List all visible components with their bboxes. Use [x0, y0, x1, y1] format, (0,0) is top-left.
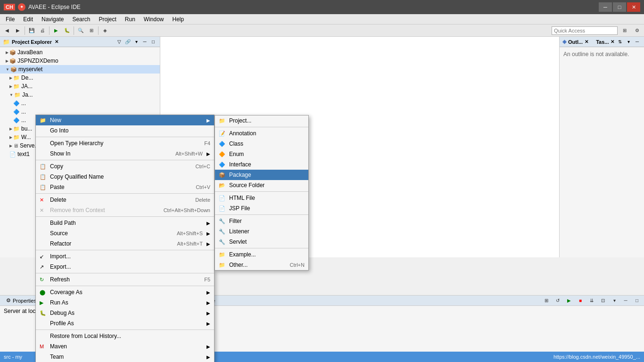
ctx-refactor[interactable]: Refactor Alt+Shift+T ▶: [36, 239, 214, 249]
submenu-servlet[interactable]: 🔧 Servlet: [215, 237, 308, 247]
submenu-class[interactable]: 🔷 Class: [215, 139, 308, 149]
pe-max-btn[interactable]: □: [149, 38, 157, 46]
menu-run[interactable]: Run: [121, 15, 139, 24]
ctx-copy-qualified[interactable]: 📋 Copy Qualified Name: [36, 172, 214, 182]
project-icon: 📦: [9, 58, 16, 64]
tree-label: W...: [21, 134, 31, 140]
menu-window[interactable]: Window: [140, 15, 168, 24]
toolbar-debug[interactable]: 🐛: [62, 25, 72, 36]
tree-item-myservlet[interactable]: ▼ 📦 myservlet: [0, 65, 160, 74]
ctx-paste[interactable]: 📋 Paste Ctrl+V: [36, 182, 214, 192]
jsp-icon: 📄: [219, 206, 227, 212]
menu-navigate[interactable]: Navigate: [38, 15, 67, 24]
toolbar-window[interactable]: ⊞: [86, 25, 97, 36]
submenu-label: Package: [229, 172, 251, 178]
bottom-toolbar-btn-6[interactable]: ⊡: [598, 296, 608, 306]
submenu-label: Listener: [229, 228, 249, 235]
ctx-delete[interactable]: ✕ Delete Delete: [36, 195, 214, 205]
ctx-label: Coverage As: [50, 289, 203, 296]
menu-project[interactable]: Project: [95, 15, 120, 24]
toolbar-print[interactable]: 🖨: [37, 25, 48, 36]
bottom-toolbar-btn-4[interactable]: ■: [575, 296, 586, 306]
bottom-toolbar-btn-5[interactable]: ⇊: [586, 296, 597, 306]
ctx-restore-history[interactable]: Restore from Local History...: [36, 331, 214, 341]
bottom-toolbar-btn-1[interactable]: ⊞: [541, 296, 552, 306]
ctx-new-item[interactable]: 📁 New ▶: [36, 115, 214, 125]
ctx-export[interactable]: ↗ Export...: [36, 262, 214, 272]
ctx-go-into[interactable]: Go Into: [36, 125, 214, 136]
bottom-toolbar-btn-3[interactable]: ▶: [564, 296, 574, 306]
tree-item-ja2[interactable]: ▼ 📁 Ja...: [0, 90, 160, 99]
submenu-other[interactable]: 📁 Other... Ctrl+N: [215, 260, 308, 270]
ctx-run-as[interactable]: ▶ Run As ▶: [36, 297, 214, 308]
folder-icon: 📁: [13, 126, 20, 132]
bottom-max-btn[interactable]: □: [632, 296, 642, 306]
menu-edit[interactable]: Edit: [19, 15, 37, 24]
tree-item-javabean[interactable]: ▶ 📦 JavaBean: [0, 48, 160, 57]
tree-item-ja1[interactable]: ▶ 📁 JA...: [0, 82, 160, 90]
submenu-project[interactable]: 📁 Project...: [215, 115, 308, 126]
ctx-source[interactable]: Source Alt+Shift+S ▶: [36, 228, 214, 239]
tree-item-de[interactable]: ▶ 📁 De...: [0, 74, 160, 82]
outline-menu-btn[interactable]: ▾: [625, 38, 632, 46]
submenu-jsp-file[interactable]: 📄 JSP File: [215, 203, 308, 214]
toolbar-run[interactable]: ▶: [51, 25, 61, 36]
tree-item-jspnzdxdemo[interactable]: ▶ 📦 JSPNZDXDemo: [0, 57, 160, 65]
ctx-copy-icon: 📋: [40, 164, 48, 170]
toolbar-save[interactable]: 💾: [26, 25, 37, 36]
menu-file[interactable]: File: [2, 15, 18, 24]
submenu-interface[interactable]: 🔷 Interface: [215, 159, 308, 170]
submenu-html-file[interactable]: 📄 HTML File: [215, 193, 308, 203]
class-icon: 🔷: [13, 100, 20, 107]
toolbar-search[interactable]: 🔍: [75, 25, 86, 36]
pe-min-btn[interactable]: ─: [141, 38, 149, 46]
ctx-import[interactable]: ↙ Import...: [36, 251, 214, 262]
submenu-label: JSP File: [229, 205, 250, 212]
toolbar-forward[interactable]: ▶: [13, 25, 23, 36]
ctx-team[interactable]: Team ▶: [36, 352, 214, 362]
open-perspective-button[interactable]: ⊞: [619, 25, 630, 36]
quick-access-input[interactable]: [552, 26, 618, 35]
submenu-filter[interactable]: 🔧 Filter: [215, 216, 308, 226]
submenu-label: Enum: [229, 151, 244, 157]
perspective-config-button[interactable]: ⚙: [632, 25, 642, 36]
ctx-build-path[interactable]: Build Path ▶: [36, 218, 214, 228]
minimize-button[interactable]: ─: [599, 2, 612, 12]
submenu-example[interactable]: 📁 Example...: [215, 249, 308, 260]
menu-help[interactable]: Help: [169, 15, 188, 24]
bottom-min-btn[interactable]: ─: [620, 296, 631, 306]
ctx-open-type[interactable]: Open Type Hierarchy F4: [36, 138, 214, 148]
tree-item-class1[interactable]: 🔷 ...: [0, 99, 160, 107]
submenu-source-folder[interactable]: 📂 Source Folder: [215, 180, 308, 190]
submenu-enum[interactable]: 🔶 Enum: [215, 149, 308, 159]
maximize-button[interactable]: □: [613, 2, 626, 12]
ctx-maven[interactable]: M Maven ▶: [36, 341, 214, 352]
toolbar-perspective[interactable]: ◈: [100, 25, 110, 36]
menu-bar: File Edit Navigate Search Project Run Wi…: [0, 14, 644, 25]
outline-min-btn[interactable]: ─: [633, 38, 641, 46]
bottom-toolbar-chevron[interactable]: ▾: [609, 296, 619, 306]
ctx-profile-as[interactable]: Profile As ▶: [36, 318, 214, 329]
ctx-refresh[interactable]: ↻ Refresh F5: [36, 274, 214, 285]
outline-max-btn[interactable]: □: [642, 38, 644, 46]
menu-search[interactable]: Search: [68, 15, 94, 24]
pe-link-btn[interactable]: 🔗: [124, 38, 132, 46]
ctx-coverage-as[interactable]: ⬤ Coverage As ▶: [36, 287, 214, 297]
title-bar-controls[interactable]: ─ □ ✕: [599, 2, 640, 12]
bottom-tab-properties[interactable]: ⚙ Properties: [2, 296, 41, 305]
submenu-annotation[interactable]: 📝 Annotation: [215, 128, 308, 139]
ctx-show-in[interactable]: Show In Alt+Shift+W ▶: [36, 148, 214, 159]
close-button[interactable]: ✕: [627, 2, 640, 12]
ctx-copy[interactable]: 📋 Copy Ctrl+C: [36, 161, 214, 172]
package-icon: 📦: [219, 172, 227, 178]
pe-collapse-btn[interactable]: ▽: [116, 38, 123, 46]
ctx-new-icon: 📁: [40, 117, 48, 123]
submenu-package[interactable]: 📦 Package: [215, 170, 308, 180]
tree-arrow: ▼: [9, 93, 13, 97]
bottom-toolbar-btn-2[interactable]: ↺: [553, 296, 563, 306]
submenu-listener[interactable]: 🔧 Listener: [215, 226, 308, 237]
pe-menu-btn[interactable]: ▾: [132, 38, 140, 46]
ctx-debug-as[interactable]: 🐛 Debug As ▶: [36, 308, 214, 318]
toolbar-back[interactable]: ◀: [2, 25, 12, 36]
outline-sort-btn[interactable]: ⇅: [616, 38, 624, 46]
